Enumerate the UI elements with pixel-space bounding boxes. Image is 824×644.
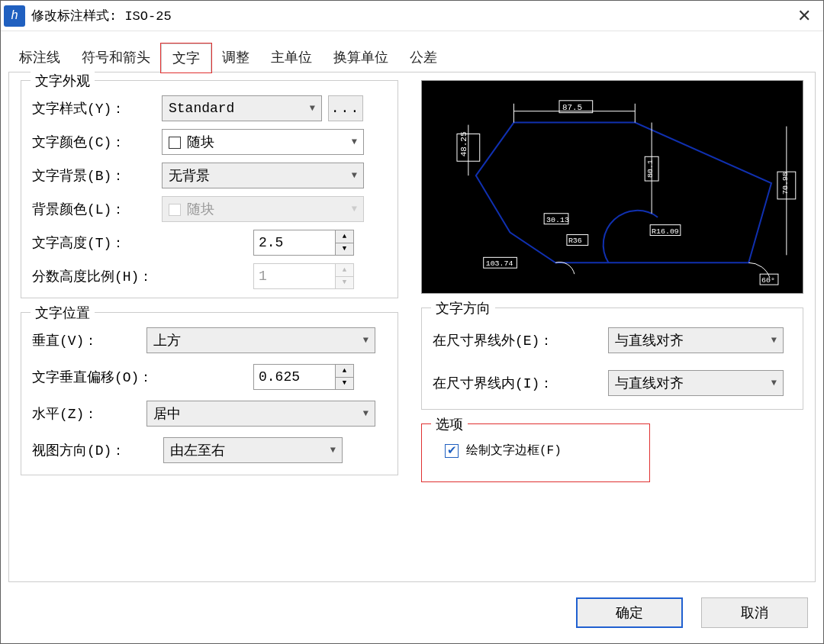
horizontal-select[interactable]: 居中 ▼ xyxy=(146,401,375,427)
titlebar: h 修改标注样式: ISO-25 ✕ xyxy=(1,1,823,31)
svg-text:80.1: 80.1 xyxy=(646,159,655,178)
svg-text:87.5: 87.5 xyxy=(562,103,582,112)
svg-text:60°: 60° xyxy=(761,276,775,285)
chevron-down-icon: ▼ xyxy=(352,204,357,214)
alignment-legend: 文字方向 xyxy=(431,299,495,317)
vertical-label: 垂直(V)： xyxy=(32,331,146,349)
viewdir-select[interactable]: 由左至右 ▼ xyxy=(163,437,343,463)
offset-spinner[interactable]: ▲ ▼ xyxy=(253,364,354,390)
offset-input[interactable] xyxy=(253,364,336,390)
outside-label: 在尺寸界线外(E)： xyxy=(433,331,608,349)
chevron-down-icon: ▼ xyxy=(771,378,777,388)
text-style-select[interactable]: Standard ▼ xyxy=(162,95,322,121)
inside-value: 与直线对齐 xyxy=(615,374,684,392)
close-button[interactable]: ✕ xyxy=(785,1,823,31)
svg-text:R36: R36 xyxy=(568,237,582,245)
spinner-down-icon[interactable]: ▼ xyxy=(336,378,353,390)
text-bg-value: 无背景 xyxy=(169,166,210,185)
text-placement-group: 文字位置 垂直(V)： 上方 ▼ 文字垂直偏移(O)： ▲ ▼ xyxy=(21,312,398,475)
placement-legend: 文字位置 xyxy=(31,304,95,322)
text-color-value: 随块 xyxy=(187,135,214,150)
text-appearance-group: 文字外观 文字样式(Y)： Standard ▼ ... 文字颜色(C)： 随块… xyxy=(21,80,398,298)
inside-select[interactable]: 与直线对齐 ▼ xyxy=(608,370,784,396)
app-icon: h xyxy=(4,5,25,27)
vertical-value: 上方 xyxy=(153,331,181,349)
tab-tolerances[interactable]: 公差 xyxy=(399,43,448,72)
viewdir-value: 由左至右 xyxy=(170,441,225,459)
tab-fit[interactable]: 调整 xyxy=(211,43,260,72)
left-column: 文字外观 文字样式(Y)： Standard ▼ ... 文字颜色(C)： 随块… xyxy=(21,80,398,574)
spinner-up-icon[interactable]: ▲ xyxy=(336,230,353,243)
draw-frame-label: 绘制文字边框(F) xyxy=(466,443,562,459)
text-alignment-group: 文字方向 在尺寸界线外(E)： 与直线对齐 ▼ 在尺寸界线内(I)： 与直线对齐… xyxy=(421,308,803,410)
bg-color-value: 随块 xyxy=(187,202,214,217)
spinner-up-icon: ▲ xyxy=(336,264,353,277)
svg-text:103.74: 103.74 xyxy=(486,259,513,268)
button-bar: 确定 取消 xyxy=(1,590,823,643)
ok-button[interactable]: 确定 xyxy=(576,597,683,628)
svg-text:R16.09: R16.09 xyxy=(652,227,679,236)
tab-alt-units[interactable]: 换算单位 xyxy=(323,43,399,72)
tab-text[interactable]: 文字 xyxy=(161,43,211,72)
cancel-button[interactable]: 取消 xyxy=(701,597,808,628)
right-column: 87.5 48.25 80.1 70.98 30.13 R xyxy=(421,80,803,574)
text-bg-select[interactable]: 无背景 ▼ xyxy=(162,163,364,188)
spinner-down-icon: ▼ xyxy=(336,277,353,289)
inside-label: 在尺寸界线内(I)： xyxy=(433,374,608,392)
horizontal-label: 水平(Z)： xyxy=(32,404,146,423)
spinner-up-icon[interactable]: ▲ xyxy=(336,365,353,378)
spinner-down-icon[interactable]: ▼ xyxy=(336,243,353,256)
frac-scale-input xyxy=(253,263,336,289)
chevron-down-icon: ▼ xyxy=(363,408,369,419)
window-title: 修改标注样式: ISO-25 xyxy=(31,7,785,24)
text-height-input[interactable] xyxy=(253,230,336,256)
horizontal-value: 居中 xyxy=(153,404,181,423)
frac-scale-label: 分数高度比例(H)： xyxy=(32,267,253,285)
svg-text:70.98: 70.98 xyxy=(781,172,790,195)
dialog-window: h 修改标注样式: ISO-25 ✕ 标注线 符号和箭头 文字 调整 主单位 换… xyxy=(0,0,824,644)
text-color-select[interactable]: 随块 ▼ xyxy=(162,129,364,155)
viewdir-label: 视图方向(D)： xyxy=(32,441,163,459)
svg-text:48.25: 48.25 xyxy=(459,132,468,157)
text-height-label: 文字高度(T)： xyxy=(32,233,253,252)
options-group: 选项 ✔ 绘制文字边框(F) xyxy=(421,423,650,482)
frac-scale-spinner: ▲ ▼ xyxy=(253,263,354,289)
tab-content: 文字外观 文字样式(Y)： Standard ▼ ... 文字颜色(C)： 随块… xyxy=(8,72,816,582)
text-color-label: 文字颜色(C)： xyxy=(32,133,162,151)
chevron-down-icon: ▼ xyxy=(771,335,777,346)
bg-color-label: 背景颜色(L)： xyxy=(32,200,162,218)
offset-label: 文字垂直偏移(O)： xyxy=(32,368,253,386)
text-bg-label: 文字背景(B)： xyxy=(32,166,162,185)
options-legend: 选项 xyxy=(431,415,468,433)
outside-value: 与直线对齐 xyxy=(615,331,684,349)
chevron-down-icon: ▼ xyxy=(330,445,336,456)
tab-symbols[interactable]: 符号和箭头 xyxy=(71,43,161,72)
tab-line[interactable]: 标注线 xyxy=(8,43,71,72)
swatch-icon xyxy=(169,204,181,216)
bg-color-select: 随块 ▼ xyxy=(162,196,364,222)
vertical-select[interactable]: 上方 ▼ xyxy=(146,327,375,353)
text-style-label: 文字样式(Y)： xyxy=(32,99,162,118)
text-height-spinner[interactable]: ▲ ▼ xyxy=(253,230,354,256)
chevron-down-icon: ▼ xyxy=(352,170,357,181)
dimension-preview: 87.5 48.25 80.1 70.98 30.13 R xyxy=(421,80,803,294)
chevron-down-icon: ▼ xyxy=(363,335,369,346)
tab-primary-units[interactable]: 主单位 xyxy=(260,43,323,72)
chevron-down-icon: ▼ xyxy=(352,137,357,147)
swatch-icon xyxy=(169,137,181,149)
outside-select[interactable]: 与直线对齐 ▼ xyxy=(608,327,784,353)
draw-frame-row[interactable]: ✔ 绘制文字边框(F) xyxy=(445,443,639,459)
svg-text:30.13: 30.13 xyxy=(546,216,569,224)
tab-strip: 标注线 符号和箭头 文字 调整 主单位 换算单位 公差 xyxy=(1,31,823,72)
text-style-browse-button[interactable]: ... xyxy=(328,95,363,121)
appearance-legend: 文字外观 xyxy=(31,72,95,90)
text-style-value: Standard xyxy=(169,101,234,116)
chevron-down-icon: ▼ xyxy=(310,103,315,114)
draw-frame-checkbox[interactable]: ✔ xyxy=(445,444,459,458)
